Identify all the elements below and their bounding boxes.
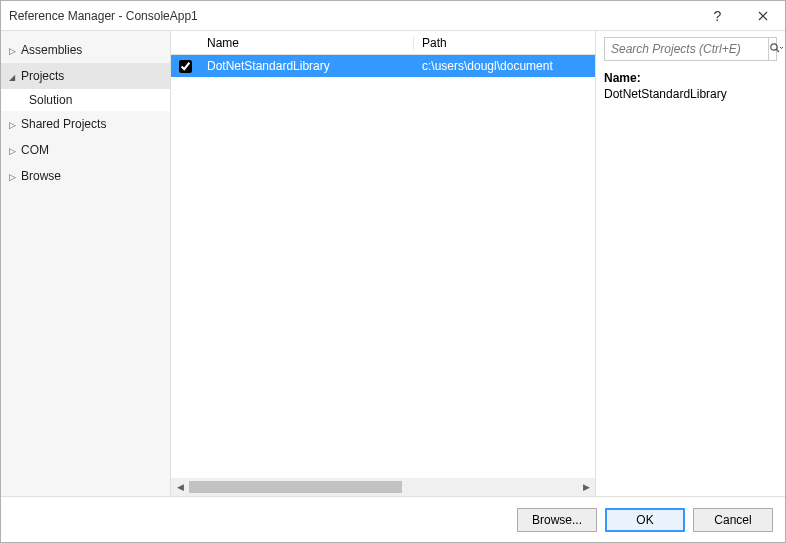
- help-button[interactable]: ?: [695, 1, 740, 31]
- scroll-right-icon[interactable]: ▶: [577, 478, 595, 496]
- grid-header: Name Path: [171, 31, 595, 55]
- sidebar-item-com[interactable]: COM: [1, 137, 170, 163]
- column-header-path[interactable]: Path: [414, 36, 595, 50]
- row-path-cell: c:\users\dougl\document: [414, 59, 595, 73]
- chevron-right-icon: [9, 145, 21, 156]
- main-panel: Name Path DotNetStandardLibrary c:\users…: [171, 31, 595, 496]
- column-header-name[interactable]: Name: [199, 36, 414, 50]
- svg-line-1: [777, 50, 780, 53]
- table-row[interactable]: DotNetStandardLibrary c:\users\dougl\doc…: [171, 55, 595, 77]
- search-icon[interactable]: [768, 38, 783, 60]
- detail-name-value: DotNetStandardLibrary: [604, 87, 777, 101]
- sidebar: Assemblies Projects Solution Shared Proj…: [1, 31, 171, 496]
- detail-name-label: Name:: [604, 71, 777, 85]
- chevron-right-icon: [9, 171, 21, 182]
- svg-point-0: [771, 44, 777, 50]
- window-title: Reference Manager - ConsoleApp1: [9, 9, 695, 23]
- sidebar-item-label: COM: [21, 143, 49, 157]
- sidebar-item-projects[interactable]: Projects: [1, 63, 170, 89]
- row-checkbox[interactable]: [179, 60, 192, 73]
- sidebar-item-label: Shared Projects: [21, 117, 106, 131]
- sidebar-item-label: Assemblies: [21, 43, 82, 57]
- magnify-dropdown-icon: [769, 42, 783, 56]
- row-name-cell: DotNetStandardLibrary: [199, 59, 414, 73]
- scroll-thumb[interactable]: [189, 481, 402, 493]
- close-button[interactable]: [740, 1, 785, 31]
- search-box: [604, 37, 777, 61]
- chevron-right-icon: [9, 119, 21, 130]
- ok-button[interactable]: OK: [605, 508, 685, 532]
- sidebar-item-label: Browse: [21, 169, 61, 183]
- browse-button[interactable]: Browse...: [517, 508, 597, 532]
- cancel-button[interactable]: Cancel: [693, 508, 773, 532]
- footer: Browse... OK Cancel: [1, 496, 785, 542]
- row-checkbox-cell: [171, 60, 199, 73]
- scroll-track[interactable]: [189, 478, 577, 496]
- horizontal-scrollbar[interactable]: ◀ ▶: [171, 478, 595, 496]
- scroll-left-icon[interactable]: ◀: [171, 478, 189, 496]
- sidebar-item-shared-projects[interactable]: Shared Projects: [1, 111, 170, 137]
- search-input[interactable]: [605, 38, 768, 60]
- sidebar-item-assemblies[interactable]: Assemblies: [1, 37, 170, 63]
- details-panel: Name: DotNetStandardLibrary: [595, 31, 785, 496]
- close-icon: [758, 11, 768, 21]
- chevron-down-icon: [9, 71, 21, 82]
- sidebar-item-label: Solution: [29, 93, 72, 107]
- sidebar-item-browse[interactable]: Browse: [1, 163, 170, 189]
- titlebar: Reference Manager - ConsoleApp1 ?: [1, 1, 785, 31]
- sidebar-item-label: Projects: [21, 69, 64, 83]
- chevron-right-icon: [9, 45, 21, 56]
- sidebar-subitem-solution[interactable]: Solution: [1, 89, 170, 111]
- grid-body: DotNetStandardLibrary c:\users\dougl\doc…: [171, 55, 595, 478]
